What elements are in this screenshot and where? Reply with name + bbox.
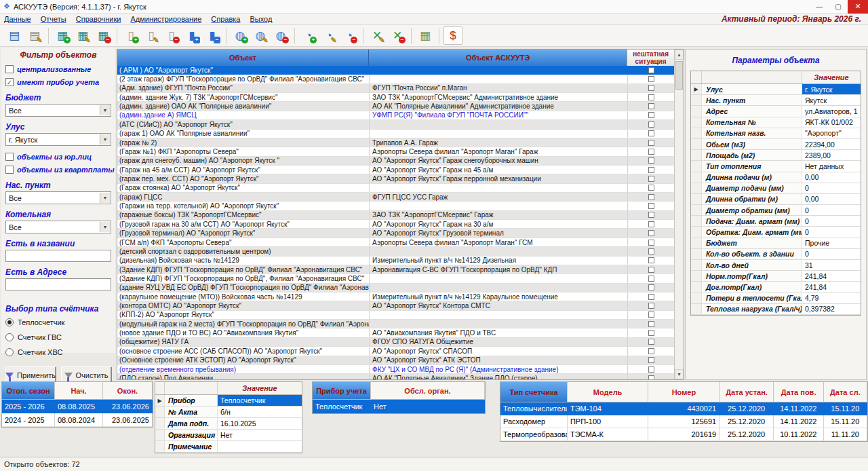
emergency-checkbox[interactable]: [648, 276, 654, 282]
object-row[interactable]: (гараж) ГЦССФГУП ГЦСС УСС Гараж: [117, 193, 674, 202]
emergency-checkbox[interactable]: [648, 284, 654, 290]
device-prop-row[interactable]: Дата подп.16.10.2025: [155, 418, 302, 430]
scroll-up-icon[interactable]: ▲: [675, 50, 684, 60]
param-value[interactable]: 0: [802, 216, 861, 226]
emergency-checkbox[interactable]: [648, 103, 654, 109]
season-row[interactable]: 2025 - 202608.08.202523.06.2026: [2, 400, 153, 413]
calc-add-icon[interactable]: ▦+: [53, 26, 72, 45]
param-row[interactable]: Длинна подачи (м)0,00: [691, 172, 861, 183]
menu-item-Справочники[interactable]: Справочники: [76, 15, 121, 23]
emergency-checkbox[interactable]: [648, 257, 654, 263]
device-prop-row[interactable]: ОрганизацияНет: [155, 430, 302, 441]
column-header-Модель[interactable]: Модель: [568, 382, 648, 402]
journal-icon[interactable]: ▤: [5, 26, 24, 45]
chevron-down-icon[interactable]: ▼: [100, 105, 110, 115]
object-row[interactable]: (админ.здание А) ЯМСЦУФМП РС(Я) "Филиала…: [117, 111, 674, 120]
emergency-checkbox[interactable]: [648, 140, 654, 146]
meter-add-icon[interactable]: ◍+: [231, 26, 250, 45]
menu-item-Администрирование[interactable]: Администрирование: [130, 15, 201, 23]
device-prop-value[interactable]: [218, 441, 302, 452]
object-row[interactable]: (дизельная) Войсковая часть №14129Измери…: [117, 257, 674, 265]
calc-delete-icon[interactable]: ▦−: [94, 26, 113, 45]
object-row[interactable]: (админ. здание Жук. 7) ТЗК "АэропортГСМс…: [117, 93, 674, 102]
emergency-checkbox[interactable]: [648, 176, 654, 182]
param-value[interactable]: Прочие: [802, 238, 861, 248]
object-row[interactable]: (АТС (СИиС)) АО "Аэропорт Якутск": [117, 120, 674, 129]
param-row[interactable]: Кол-во объект. в здании0: [691, 249, 861, 260]
rent-objects-checkbox[interactable]: [5, 166, 14, 174]
menu-item-Выход[interactable]: Выход: [250, 15, 272, 23]
param-row[interactable]: Обратка: Диам. армат (мм)0: [691, 227, 861, 238]
emergency-checkbox[interactable]: [648, 230, 654, 236]
param-value[interactable]: 241,84: [802, 282, 861, 292]
emergency-checkbox[interactable]: [648, 167, 654, 173]
emergency-checkbox[interactable]: [648, 366, 654, 373]
object-row[interactable]: (гараж 1) ОАО АК "Полярные авиалинии": [117, 130, 674, 138]
emergency-checkbox[interactable]: [648, 312, 654, 318]
emergency-checkbox[interactable]: [648, 185, 654, 191]
param-value[interactable]: 0: [802, 249, 861, 259]
param-row[interactable]: Дог.потр(Гкал)241,84: [691, 282, 861, 293]
rent-objects-checkbox-row[interactable]: объекты из квартплаты: [5, 164, 111, 175]
meter-delete-icon[interactable]: ◍−: [271, 26, 290, 45]
emergency-checkbox[interactable]: [648, 375, 654, 379]
object-row[interactable]: (ПДО старое) Пол.АвиалинииАО АК "Полярны…: [117, 374, 674, 379]
object-row[interactable]: (гараж № 2)Трипапов А.А. Гараж: [117, 138, 674, 147]
param-row[interactable]: Адресул.Авиаторов, 1: [691, 106, 861, 117]
param-value[interactable]: г. Якутск: [802, 84, 861, 94]
emergency-checkbox[interactable]: [648, 94, 654, 100]
emergency-checkbox[interactable]: [648, 67, 654, 73]
param-value[interactable]: 0: [802, 183, 861, 193]
param-value[interactable]: 0: [802, 205, 861, 215]
object-row[interactable]: (отделение временного пребывания)ФКУ "ЦХ…: [117, 365, 674, 374]
param-row[interactable]: Тепловая нагрузка (Гкал/ч)0,397382: [691, 304, 861, 315]
emergency-checkbox[interactable]: [648, 194, 654, 200]
object-row[interactable]: (гаражные боксы) ТЗК "АэропортГСМсервис"…: [117, 211, 674, 220]
meter-row[interactable]: ТермопреобразовательТЭСМА-К20161925.12.2…: [500, 428, 867, 441]
has-meter-checkbox-row[interactable]: имеют прибор учета: [5, 77, 111, 88]
param-value[interactable]: 22394,00: [802, 139, 861, 149]
boiler-combo[interactable]: Все ▼: [5, 221, 111, 233]
centralized-checkbox[interactable]: [5, 65, 14, 73]
column-header-Окон.[interactable]: Окон.: [103, 382, 153, 400]
heat-meter-radio[interactable]: [5, 318, 14, 326]
emergency-checkbox[interactable]: [648, 330, 654, 336]
minimize-button[interactable]: —: [810, 0, 829, 14]
param-value[interactable]: 31: [802, 260, 861, 270]
maximize-button[interactable]: ▢: [829, 0, 848, 14]
device-prop-row[interactable]: ▶ПриборТеплосчетчик: [155, 395, 302, 407]
device-prop-value[interactable]: 16.10.2025: [218, 418, 302, 429]
device-prop-value[interactable]: Нет: [218, 430, 302, 440]
object-row[interactable]: (Грузовой гараж на 30 а/м ССТ) АО "Аэроп…: [117, 220, 674, 229]
emergency-checkbox[interactable]: [648, 321, 654, 327]
object-row[interactable]: (Здание КДП) ФГУП "Госкорпорация по ОрВД…: [117, 274, 674, 283]
season-row[interactable]: 2024 - 202508.08.202423.06.2025: [2, 413, 153, 427]
param-row[interactable]: ▶Улусг. Якутск: [691, 84, 861, 95]
param-value[interactable]: ул.Авиаторов, 1: [802, 106, 861, 116]
name-search-input[interactable]: [5, 250, 111, 262]
object-delete-icon[interactable]: ▯−: [162, 26, 181, 45]
object-row[interactable]: (контора ОМТС) АО "Аэропорт Якутск"АО "А…: [117, 301, 674, 310]
column-header-Обсл. орган.[interactable]: Обсл. орган.: [371, 382, 485, 400]
object-row[interactable]: (Адм. здание) ФГУП "Почта России"ФГУП "П…: [117, 84, 674, 93]
scrollbar-track[interactable]: [675, 90, 684, 369]
hot-water-radio-row[interactable]: Счетчик ГВС: [5, 331, 111, 343]
object-row[interactable]: (новое здание ПДО и ТО ВС) АО "Авиакомпа…: [117, 328, 674, 337]
param-row[interactable]: Площадь (м2)2389,00: [691, 150, 861, 161]
grid-icon[interactable]: ▦: [416, 26, 435, 45]
emergency-checkbox[interactable]: [648, 303, 654, 309]
object-row[interactable]: (здание ЯУЦ УВД ЕС ОрВД) ФГУП "Госкорпор…: [117, 284, 674, 293]
param-value[interactable]: 2389,00: [802, 150, 861, 160]
meter-org-row[interactable]: ТеплосчетчикНет: [313, 400, 485, 413]
param-value[interactable]: Якутск: [802, 95, 861, 105]
emergency-checkbox[interactable]: [648, 348, 654, 354]
param-row[interactable]: Диаметр подачи (мм)0: [691, 183, 861, 194]
object-row[interactable]: (Здание КДП) ФГУП "Госкорпорация по ОрВД…: [117, 265, 674, 274]
emergency-checkbox[interactable]: [648, 357, 654, 363]
param-value[interactable]: "Аэропорт": [802, 128, 861, 138]
object-row[interactable]: (Грузовой терминал) АО "Аэропорт Якутск"…: [117, 229, 674, 238]
object-row[interactable]: (караульное помещение (МТО)) Войсковая ч…: [117, 293, 674, 301]
chevron-down-icon[interactable]: ▼: [100, 134, 110, 145]
column-header-emergency[interactable]: нештатная ситуация: [627, 50, 674, 66]
emergency-checkbox[interactable]: [648, 339, 654, 345]
